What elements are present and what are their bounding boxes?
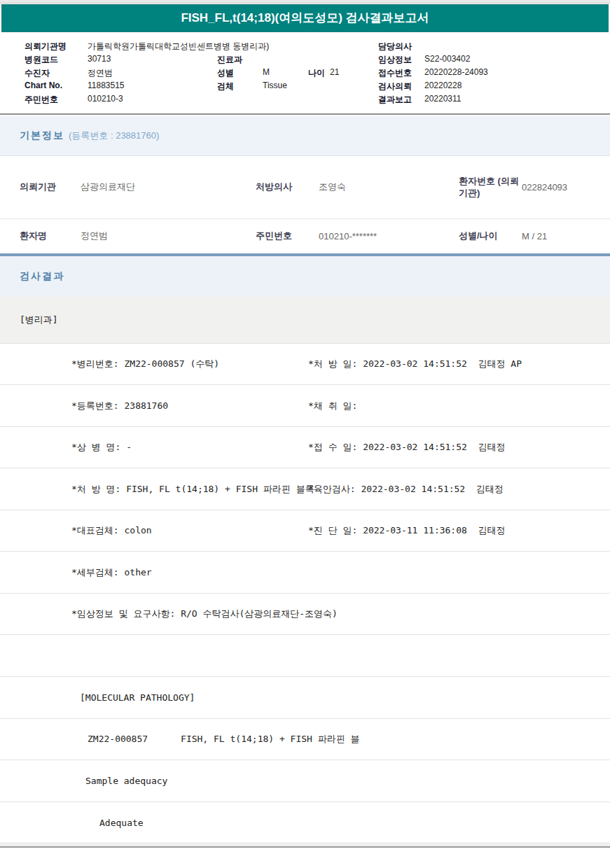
result-row: ZM22-000857 FISH, FL t(14;18) + FISH 파라핀… <box>0 718 610 760</box>
result-row: *세부검체: other <box>0 552 610 594</box>
basic-info-registration-no: (등록번호 : 23881760) <box>69 130 159 142</box>
resident-no-value: 010210-3 <box>88 94 123 105</box>
basic-info-title: 기본정보 (등록번호 : 23881760) <box>20 116 159 155</box>
result-row: *처 방 명: FISH, FL t(14;18) + FISH 파라핀 블록 … <box>0 468 610 510</box>
detail-specimen: *세부검체: other <box>71 552 152 593</box>
receipt-no-value: 20220228-24093 <box>424 67 488 78</box>
requesting-org-label: 의뢰기관 <box>20 181 56 193</box>
specimen-value: Tissue <box>263 80 287 92</box>
sample-adequacy-label: Sample adequacy <box>85 760 167 802</box>
registration-no: *등록번호: 23881760 <box>71 385 168 426</box>
basic-info-title-text: 기본정보 <box>20 130 64 142</box>
age-value: 21 <box>330 67 339 78</box>
pathology-no: *병리번호: ZM22-000857 (수탁) <box>71 343 219 384</box>
patient-no-label: 환자번호 (의뢰기관) <box>459 175 522 199</box>
hospital-code-value: 30713 <box>88 54 111 65</box>
result-row: *대표검체: colon *진 단 일: 2022-03-11 11:36:08… <box>0 510 610 552</box>
prescribing-doctor-value: 조영숙 <box>319 181 346 193</box>
patient-name-value: 정연범 <box>81 230 108 242</box>
clinical-info-request: *임상정보 및 요구사항: R/O 수탁검사(삼광의료재단-조영숙) <box>71 593 338 634</box>
results-title: 검사결과 <box>20 256 64 297</box>
age-label: 나이 <box>308 67 325 78</box>
window-top-strip <box>0 0 610 4</box>
molecular-pathology-heading: [MOLECULAR PATHOLOGY] <box>80 677 195 718</box>
report-date-value: 20220311 <box>424 94 462 105</box>
department-name: [병리과] <box>20 297 58 343</box>
clinical-info-value: S22-003402 <box>424 54 470 65</box>
dept-label: 진료과 <box>217 54 242 65</box>
request-date-label: 검사의뢰 <box>378 80 412 92</box>
results-department-row: [병리과] <box>0 297 610 344</box>
report-page: FISH_FL,t(14;18)(여의도성모) 검사결과보고서 의뢰기관명 가톨… <box>0 0 610 868</box>
report-title-banner: FISH_FL,t(14;18)(여의도성모) 검사결과보고서 <box>1 4 609 32</box>
org-label: 의뢰기관명 <box>25 41 67 52</box>
result-row: Adequate <box>0 802 610 844</box>
chart-no-label: Chart No. <box>25 80 62 92</box>
representative-specimen: *대표검체: colon <box>71 510 152 551</box>
sex-label: 성별 <box>217 67 234 78</box>
prescription-name: *처 방 명: FISH, FL t(14;18) + FISH 파라핀 블록 <box>71 468 314 510</box>
basic-info-row-1: 의뢰기관 삼광의료재단 처방의사 조영숙 환자번호 (의뢰기관) 0228240… <box>0 155 610 219</box>
prescription-date: *처 방 일: 2022-03-02 14:51:52 김태정 AP <box>308 343 522 384</box>
result-row: Sample adequacy <box>0 760 610 802</box>
sex-value: M <box>263 67 270 78</box>
gross-exam-date: *육안검사: 2022-03-02 14:51:52 김태정 <box>308 468 504 510</box>
clinical-info-label: 임상정보 <box>378 54 412 65</box>
bottom-line <box>0 846 610 848</box>
result-row: *상 병 명: - *접 수 일: 2022-03-02 14:51:52 김태… <box>0 426 610 468</box>
specimen-test-line: ZM22-000857 FISH, FL t(14;18) + FISH 파라핀… <box>88 718 360 760</box>
basic-info-header: 기본정보 (등록번호 : 23881760) <box>0 116 610 156</box>
resident-reg-value: 010210-******* <box>319 231 377 241</box>
resident-reg-label: 주민번호 <box>256 230 292 242</box>
org-value: 가톨릭학원가톨릭대학교성빈센트병병 동병리과) <box>88 41 269 52</box>
hospital-code-label: 병원코드 <box>25 54 58 65</box>
request-date-value: 20220228 <box>424 80 462 92</box>
sex-age-label: 성별/나이 <box>459 230 498 242</box>
requesting-org-value: 삼광의료재단 <box>81 181 135 193</box>
chart-no-value: 11883515 <box>88 80 125 92</box>
result-row-empty <box>0 635 610 677</box>
result-row: [MOLECULAR PATHOLOGY] <box>0 677 610 719</box>
receipt-date: *접 수 일: 2022-03-02 14:51:52 김태정 <box>308 426 506 468</box>
basic-info-row-2: 환자명 정연범 주민번호 010210-******* 성별/나이 M / 21 <box>0 218 610 254</box>
result-row: *등록번호: 23881760 *채 취 일: <box>0 385 610 427</box>
collection-date: *채 취 일: <box>308 385 357 426</box>
disease-name: *상 병 명: - <box>71 426 132 468</box>
examinee-value: 정연범 <box>88 67 113 78</box>
resident-no-label: 주민번호 <box>25 94 58 105</box>
diagnosis-date: *진 단 일: 2022-03-11 11:36:08 김태정 <box>308 510 506 551</box>
doctor-label: 담당의사 <box>378 41 412 52</box>
patient-no-value: 022824093 <box>522 182 567 192</box>
receipt-no-label: 접수번호 <box>378 67 412 78</box>
sample-adequacy-value: Adequate <box>99 802 144 844</box>
result-row: *병리번호: ZM22-000857 (수탁) *처 방 일: 2022-03-… <box>0 343 610 385</box>
result-row: *임상정보 및 요구사항: R/O 수탁검사(삼광의료재단-조영숙) <box>0 593 610 635</box>
examinee-label: 수진자 <box>25 67 50 78</box>
prescribing-doctor-label: 처방의사 <box>256 181 292 193</box>
report-date-label: 결과보고 <box>378 94 412 105</box>
patient-name-label: 환자명 <box>20 230 47 242</box>
specimen-label: 검체 <box>217 80 234 92</box>
report-title: FISH_FL,t(14;18)(여의도성모) 검사결과보고서 <box>181 11 429 24</box>
results-header: 검사결과 <box>0 256 610 297</box>
header-divider <box>0 113 610 115</box>
sex-age-value: M / 21 <box>522 231 547 241</box>
results-title-text: 검사결과 <box>20 270 64 283</box>
